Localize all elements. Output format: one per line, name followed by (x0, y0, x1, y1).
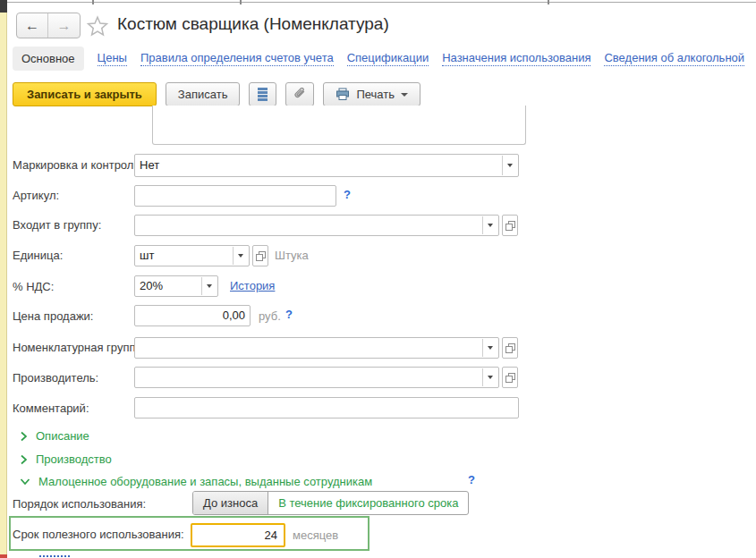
top-tick (92, 0, 94, 4)
save-and-close-button[interactable]: Записать и закрыть (13, 82, 157, 106)
usage-order-tumbler: До износа В течение фиксированного срока (192, 491, 469, 515)
left-side-strip (0, 13, 7, 558)
section-help-icon[interactable]: ? (468, 473, 475, 486)
useful-life-label: Срок полезного использования: (13, 528, 184, 541)
printer-icon (336, 88, 350, 101)
unit-combo[interactable]: шт (134, 245, 250, 266)
open-form-icon (256, 251, 266, 261)
back-button[interactable]: ← (17, 13, 48, 38)
unit-label: Единица: (13, 249, 63, 262)
unit-hint: Штука (275, 249, 309, 262)
vat-value: 20% (140, 279, 163, 292)
section-description-label: Описание (36, 429, 89, 443)
save-button[interactable]: Записать (166, 82, 241, 106)
nom-group-open-button[interactable] (502, 337, 518, 359)
related-documents-button[interactable] (249, 82, 276, 106)
unit-open-button[interactable] (252, 245, 268, 266)
tab-account-rules[interactable]: Правила определения счетов учета (140, 51, 334, 66)
section-production-label: Производство (36, 452, 112, 466)
vat-combo[interactable]: 20% (134, 275, 218, 297)
page-title: Костюм сварщика (Номенклатура) (117, 14, 389, 34)
chevron-down-icon (401, 93, 408, 97)
article-input[interactable] (134, 185, 336, 207)
usage-option-fixed-term[interactable]: В течение фиксированного срока (268, 492, 468, 514)
group-combo[interactable] (134, 215, 499, 236)
vat-label: % НДС: (13, 280, 54, 293)
name-textarea-clipped[interactable] (152, 106, 526, 145)
tab-main[interactable]: Основное (13, 46, 84, 71)
open-form-icon (505, 373, 515, 383)
section-low-value-equipment[interactable]: Малоценное оборудование и запасы, выданн… (20, 475, 372, 488)
nom-group-combo[interactable] (134, 337, 499, 359)
section-low-value-equipment-label: Малоценное оборудование и запасы, выданн… (38, 475, 372, 488)
unit-dropdown-arrow-icon[interactable] (233, 247, 248, 265)
usage-option-until-worn[interactable]: До износа (193, 492, 268, 514)
chevron-down-icon (20, 478, 30, 486)
tab-bar: Основное Цены Правила определения счетов… (13, 46, 744, 71)
favorite-star-icon[interactable] (86, 14, 109, 38)
price-currency: руб. (259, 309, 281, 323)
price-label: Цена продажи: (13, 309, 93, 323)
group-label: Входит в группу: (13, 218, 101, 232)
history-nav-group: ← → (16, 13, 81, 38)
marking-dropdown-arrow-icon[interactable] (502, 156, 517, 175)
section-production[interactable]: Производство (20, 452, 112, 466)
price-input[interactable]: 0,00 (134, 305, 251, 326)
nom-group-dropdown-arrow-icon[interactable] (482, 339, 497, 357)
section-description[interactable]: Описание (20, 429, 89, 443)
manufacturer-open-button[interactable] (502, 367, 518, 388)
manufacturer-label: Производитель: (13, 371, 98, 385)
open-form-icon (505, 221, 515, 231)
toolbar: Записать и закрыть Записать Печать (13, 82, 420, 106)
article-label: Артикул: (13, 189, 59, 202)
top-tick (548, 0, 549, 4)
print-label: Печать (356, 88, 395, 101)
nomenclature-card-window: ← → Костюм сварщика (Номенклатура) Основ… (0, 0, 756, 558)
manufacturer-combo[interactable] (134, 367, 499, 388)
group-open-button[interactable] (502, 215, 518, 236)
bottom-left-red-fragment (0, 554, 7, 558)
comment-input[interactable] (134, 397, 519, 418)
top-tick (240, 0, 242, 4)
attachments-button[interactable] (285, 82, 314, 106)
print-button[interactable]: Печать (323, 82, 420, 106)
tab-specifications[interactable]: Спецификации (347, 51, 429, 66)
marking-value: Нет (140, 158, 159, 172)
window-corner-fragment (0, 0, 7, 13)
open-form-icon (505, 343, 515, 353)
comment-label: Комментарий: (13, 402, 89, 415)
useful-life-unit: месяцев (293, 528, 338, 542)
group-dropdown-arrow-icon[interactable] (482, 216, 497, 234)
price-help-icon[interactable]: ? (285, 308, 293, 321)
paperclip-icon (293, 88, 307, 102)
vat-history-link[interactable]: История (230, 279, 275, 292)
manufacturer-dropdown-arrow-icon[interactable] (482, 368, 497, 386)
top-window-divider (0, 2, 756, 3)
vat-dropdown-arrow-icon[interactable] (201, 277, 217, 295)
tab-alcohol-info[interactable]: Сведения об алкогольной (604, 51, 744, 66)
tab-usage-purposes[interactable]: Назначения использования (442, 51, 590, 66)
unit-value: шт (140, 249, 154, 262)
chevron-right-icon (20, 454, 28, 465)
marking-label: Маркировка и контроль: (13, 158, 143, 172)
marking-select[interactable]: Нет (134, 154, 519, 177)
forward-button[interactable]: → (48, 13, 80, 38)
list-icon (256, 87, 269, 102)
nom-group-label: Номенклатурная группа: (13, 341, 145, 354)
article-help-icon[interactable]: ? (344, 188, 351, 201)
useful-life-input[interactable]: 24 (191, 523, 285, 547)
chevron-right-icon (20, 431, 28, 442)
tab-prices[interactable]: Цены (98, 51, 127, 66)
usage-order-label: Порядок использования: (13, 497, 146, 511)
